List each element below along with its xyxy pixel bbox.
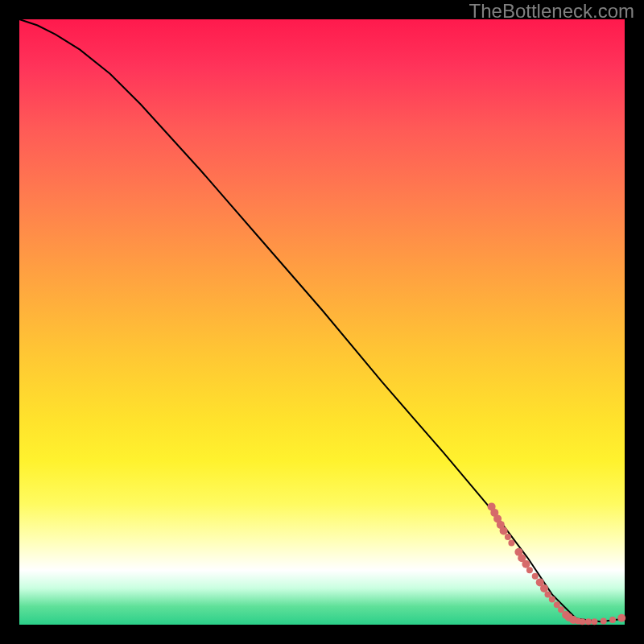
data-marker [609,617,616,623]
data-marker [526,567,533,573]
data-marker [601,618,607,625]
data-marker [554,601,560,608]
plot-area [19,19,625,625]
data-marker [505,534,511,540]
chart-frame: TheBottleneck.com [0,0,644,644]
watermark-label: TheBottleneck.com [469,0,634,23]
data-marker [508,540,514,547]
data-marker [591,618,597,625]
data-marker [558,606,564,613]
data-marker [579,618,585,625]
data-marker [585,618,592,625]
data-marker [532,573,539,580]
marker-group [488,502,626,625]
data-marker [617,614,625,622]
data-marker [522,560,530,568]
chart-svg [19,19,625,625]
data-marker [549,596,555,602]
data-marker [540,584,548,592]
data-marker [545,591,551,597]
data-marker [500,526,508,535]
performance-curve [19,19,625,621]
